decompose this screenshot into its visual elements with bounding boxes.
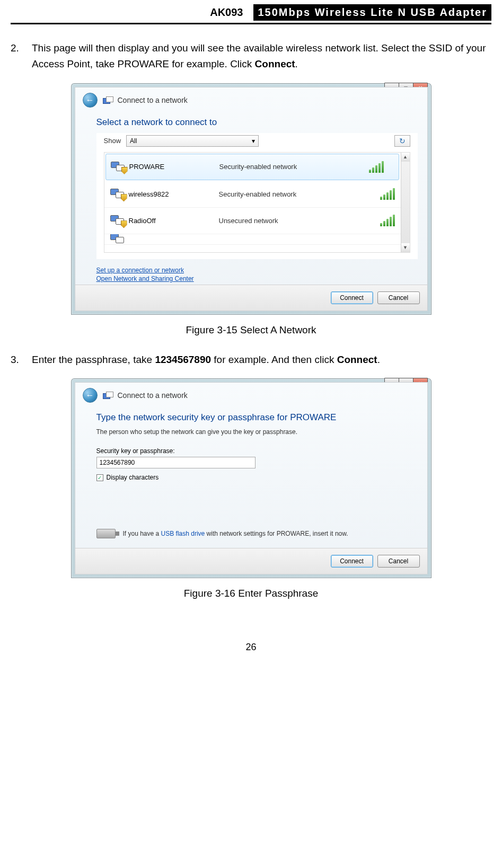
page-number: 26 bbox=[11, 642, 491, 653]
network-icon bbox=[103, 96, 112, 104]
passphrase-input[interactable]: 1234567890 bbox=[96, 457, 256, 468]
figure-caption-1: Figure 3-15 Select A Network bbox=[11, 324, 491, 336]
show-dropdown[interactable]: All ▾ bbox=[126, 135, 259, 147]
usb-hint-row: If you have a USB flash drive with netwo… bbox=[96, 529, 418, 538]
display-characters-checkbox[interactable]: ✓ bbox=[96, 474, 103, 481]
connect-button[interactable]: Connect bbox=[331, 291, 373, 304]
cancel-button[interactable]: Cancel bbox=[377, 555, 420, 568]
network-icon bbox=[103, 392, 112, 399]
select-network-window: ─ □ ✕ ← Connect to a network Select a ne… bbox=[71, 83, 431, 315]
network-list: ▲ ▼ PROWARE Security-enabled network bbox=[104, 152, 410, 253]
setup-connection-link[interactable]: Set up a connection or network bbox=[96, 267, 184, 274]
step-3-bold-2: Connect bbox=[337, 354, 377, 365]
step-2-after: . bbox=[295, 58, 298, 69]
network-item-wireless9822[interactable]: wireless9822 Security-enabled network bbox=[104, 181, 410, 208]
network-item-radiooff[interactable]: RadioOff Unsecured network bbox=[104, 208, 410, 234]
page-header: AK093 150Mbps Wireless Lite N USB Adapte… bbox=[11, 0, 491, 24]
step-2: 2. This page will then display and you w… bbox=[11, 40, 491, 73]
network-unsecured-icon bbox=[109, 213, 129, 228]
signal-strength-icon bbox=[369, 161, 384, 173]
button-row: Connect Cancel bbox=[75, 548, 427, 574]
passphrase-form: Security key or passphrase: 1234567890 ✓… bbox=[96, 447, 418, 481]
refresh-icon: ↻ bbox=[399, 137, 406, 145]
cancel-button[interactable]: Cancel bbox=[377, 291, 420, 304]
passphrase-subtext: The person who setup the network can giv… bbox=[96, 428, 418, 436]
network-desc: Unsecured network bbox=[219, 217, 380, 225]
show-filter-row: Show All ▾ ↻ bbox=[96, 133, 418, 152]
header-model: AK093 bbox=[210, 6, 243, 19]
network-secured-icon bbox=[109, 187, 129, 201]
step-2-body: This page will then display and you will… bbox=[32, 40, 491, 73]
arrow-left-icon: ← bbox=[86, 391, 94, 400]
network-name: RadioOff bbox=[129, 217, 219, 225]
usb-drive-icon bbox=[96, 529, 116, 538]
window-titlebar: ← Connect to a network bbox=[75, 87, 427, 113]
button-row: Connect Cancel bbox=[75, 285, 427, 311]
window-title: Connect to a network bbox=[118, 391, 188, 400]
back-button[interactable]: ← bbox=[83, 388, 98, 403]
network-desc: Security-enabled network bbox=[219, 190, 380, 198]
select-network-heading: Select a network to connect to bbox=[96, 117, 418, 128]
passphrase-heading: Type the network security key or passphr… bbox=[96, 412, 418, 423]
passphrase-value: 1234567890 bbox=[100, 459, 135, 466]
scroll-down-icon[interactable]: ▼ bbox=[401, 243, 410, 252]
step-2-bold: Connect bbox=[255, 58, 295, 69]
network-desc: Security-enabled network bbox=[219, 163, 369, 171]
step-3: 3. Enter the passphrase, take 1234567890… bbox=[11, 352, 491, 368]
network-item-proware[interactable]: PROWARE Security-enabled network bbox=[105, 154, 399, 180]
show-dropdown-value: All bbox=[130, 137, 137, 145]
network-name: PROWARE bbox=[129, 163, 219, 171]
step-3-body: Enter the passphrase, take 1234567890 fo… bbox=[32, 352, 491, 368]
network-secured-icon bbox=[109, 160, 129, 174]
back-button[interactable]: ← bbox=[83, 93, 98, 108]
signal-strength-icon bbox=[380, 188, 395, 200]
window-title: Connect to a network bbox=[118, 96, 188, 104]
chevron-down-icon: ▾ bbox=[252, 137, 255, 145]
connect-button[interactable]: Connect bbox=[331, 555, 373, 568]
display-characters-row: ✓ Display characters bbox=[96, 474, 418, 481]
header-product: 150Mbps Wireless Lite N USB Adapter bbox=[253, 4, 491, 21]
below-links: Set up a connection or network Open Netw… bbox=[96, 267, 418, 282]
step-3-after: . bbox=[377, 354, 380, 365]
network-item-partial[interactable] bbox=[104, 234, 410, 245]
scroll-up-icon[interactable]: ▲ bbox=[401, 153, 410, 162]
display-characters-label: Display characters bbox=[107, 474, 159, 481]
passphrase-field-label: Security key or passphrase: bbox=[96, 447, 418, 455]
show-label: Show bbox=[104, 137, 121, 145]
step-3-mid: for example. And then click bbox=[211, 354, 337, 365]
step-3-text-1: Enter the passphrase, take bbox=[32, 354, 155, 365]
figure-caption-2: Figure 3-16 Enter Passphrase bbox=[11, 588, 491, 599]
network-name: wireless9822 bbox=[129, 190, 219, 198]
step-3-number: 3. bbox=[11, 352, 32, 368]
refresh-button[interactable]: ↻ bbox=[394, 135, 410, 147]
step-3-bold-1: 1234567890 bbox=[155, 354, 211, 365]
usb-hint-before: If you have a bbox=[123, 530, 161, 537]
scrollbar[interactable]: ▲ ▼ bbox=[401, 153, 410, 252]
window-titlebar: ← Connect to a network bbox=[75, 383, 427, 408]
network-pane: Show All ▾ ↻ ▲ ▼ bbox=[96, 133, 418, 259]
enter-passphrase-window: ─ □ ✕ ← Connect to a network Type the ne… bbox=[71, 378, 431, 578]
usb-flash-drive-link[interactable]: USB flash drive bbox=[161, 530, 205, 537]
signal-strength-icon bbox=[380, 215, 395, 226]
open-sharing-center-link[interactable]: Open Network and Sharing Center bbox=[96, 275, 194, 282]
network-icon bbox=[109, 234, 129, 245]
step-2-number: 2. bbox=[11, 40, 32, 73]
usb-hint-after: with network settings for PROWARE, inser… bbox=[205, 530, 348, 537]
arrow-left-icon: ← bbox=[86, 95, 94, 105]
